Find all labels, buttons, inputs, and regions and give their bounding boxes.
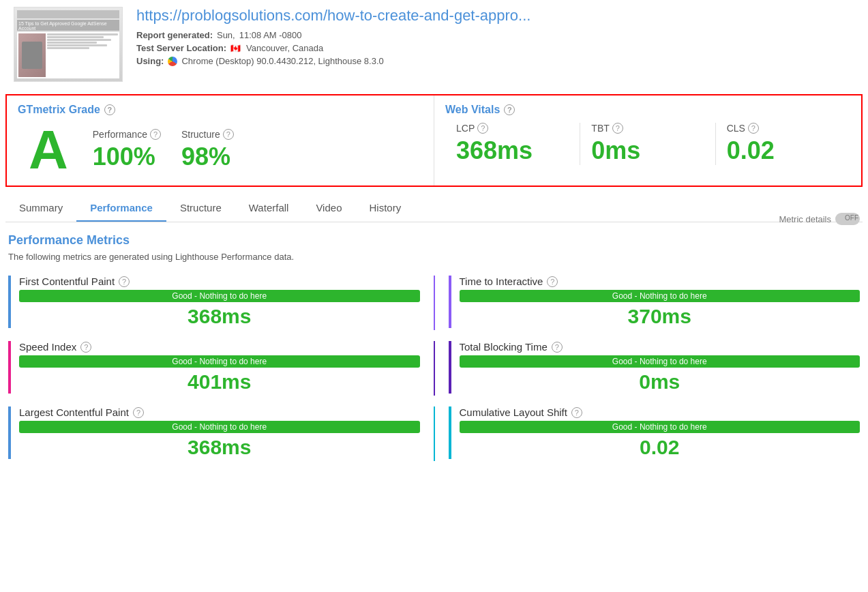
tbt-help-icon[interactable]: ? [612,123,623,134]
metrics-row-1: First Contentful Paint ? Good - Nothing … [8,276,860,330]
tbt-metric-inner: Total Blocking Time ? Good - Nothing to … [460,341,860,394]
metric-details-toggle: Metric details OFF [779,213,860,225]
app-container: 15 Tips to Get Approved Google AdSense A… [0,0,868,483]
performance-value: 100% [93,143,161,171]
site-thumbnail: 15 Tips to Get Approved Google AdSense A… [14,7,123,82]
lcp-value: 368ms [456,136,569,165]
cls-vital: CLS ? 0.02 [716,123,850,165]
performance-description: The following metrics are generated usin… [8,252,294,262]
tbt-perf-value: 0ms [460,370,860,394]
metric-details-label: Metric details [779,214,831,224]
tabs-nav: Summary Performance Structure Waterfall … [5,195,863,222]
structure-metric: Structure ? 98% [181,129,234,171]
web-vitals-help-icon[interactable]: ? [504,104,515,115]
structure-label: Structure ? [181,129,234,140]
vitals-metrics: LCP ? 368ms TBT ? 0ms CLS ? [445,123,850,165]
tbt-vital: TBT ? 0ms [580,123,715,165]
performance-metric: Performance ? 100% [93,129,161,171]
lcp-perf-metric-card: Largest Contentful Paint ? Good - Nothin… [8,406,420,459]
lcp-perf-metric-inner: Largest Contentful Paint ? Good - Nothin… [19,406,420,459]
si-value: 401ms [19,370,420,394]
metric-details-switch[interactable]: OFF [835,213,860,225]
si-value-box: Good - Nothing to do here 401ms [19,355,420,394]
cls-perf-name: Cumulative Layout Shift ? [460,406,860,418]
structure-value: 98% [181,143,234,171]
performance-label: Performance ? [93,129,161,140]
si-metric-inner: Speed Index ? Good - Nothing to do here … [19,341,420,394]
server-location: Vancouver, Canada [246,43,323,53]
cls-label: CLS ? [727,123,839,134]
gtmetrix-grade-title: GTmetrix Grade ? [18,104,423,116]
server-location-row: Test Server Location: 🇨🇦 Vancouver, Cana… [136,43,854,53]
tbt-label: TBT ? [591,123,704,134]
row3-divider [434,406,435,461]
header: 15 Tips to Get Approved Google AdSense A… [0,0,868,89]
grade-letter: A [18,123,79,177]
cls-perf-metric-inner: Cumulative Layout Shift ? Good - Nothing… [460,406,860,459]
browser-info: Chrome (Desktop) 90.0.4430.212, Lighthou… [181,56,383,66]
page-url[interactable]: https://problogsolutions.com/how-to-crea… [136,7,750,25]
cls-perf-metric-card: Cumulative Layout Shift ? Good - Nothing… [449,406,860,459]
web-vitals-panel: Web Vitals ? LCP ? 368ms TBT ? 0ms [434,95,861,186]
lcp-perf-value: 368ms [19,436,420,459]
lcp-perf-value-box: Good - Nothing to do here 368ms [19,421,420,459]
tbt-badge: Good - Nothing to do here [460,355,860,368]
tti-metric-inner: Time to Interactive ? Good - Nothing to … [460,276,860,328]
tab-summary[interactable]: Summary [5,195,76,222]
metrics-row-3: Largest Contentful Paint ? Good - Nothin… [8,406,860,461]
toggle-off-label: OFF [845,214,858,222]
tab-structure[interactable]: Structure [166,195,235,222]
fcp-metric-inner: First Contentful Paint ? Good - Nothing … [19,276,420,328]
tbt-name: Total Blocking Time ? [460,341,860,353]
report-date: Sun, [217,30,235,40]
cls-value: 0.02 [727,136,839,165]
cls-help-icon[interactable]: ? [748,123,759,134]
performance-content: Performance Metrics The following metric… [0,222,868,483]
si-help-icon[interactable]: ? [80,342,91,353]
fcp-value-box: Good - Nothing to do here 368ms [19,290,420,328]
fcp-badge: Good - Nothing to do here [19,290,420,302]
tbt-perf-help-icon[interactable]: ? [552,342,563,353]
lcp-help-icon[interactable]: ? [477,123,488,134]
using-label: Using: [136,56,164,66]
gtmetrix-help-icon[interactable]: ? [104,104,115,115]
browser-row: Using: Chrome (Desktop) 90.0.4430.212, L… [136,56,854,66]
cls-perf-value: 0.02 [460,436,860,459]
tbt-value-box: Good - Nothing to do here 0ms [460,355,860,394]
row2-divider [434,341,435,396]
tab-performance[interactable]: Performance [76,195,166,222]
fcp-metric-card: First Contentful Paint ? Good - Nothing … [8,276,420,328]
lcp-perf-name: Largest Contentful Paint ? [19,406,420,418]
structure-help-icon[interactable]: ? [223,129,234,140]
tbt-value: 0ms [591,136,704,165]
tti-help-icon[interactable]: ? [547,276,558,287]
grade-metrics: Performance ? 100% Structure ? 98% [93,129,234,171]
tti-badge: Good - Nothing to do here [460,290,860,302]
report-label: Report generated: [136,30,213,40]
server-label: Test Server Location: [136,43,226,53]
tbt-metric-card: Total Blocking Time ? Good - Nothing to … [449,341,860,394]
report-time: 11:08 AM -0800 [239,30,302,40]
tti-name: Time to Interactive ? [460,276,860,287]
grade-section: GTmetrix Grade ? A Performance ? 100% [5,94,863,187]
fcp-help-icon[interactable]: ? [119,276,130,287]
si-metric-card: Speed Index ? Good - Nothing to do here … [8,341,420,394]
lcp-vital: LCP ? 368ms [445,123,580,165]
performance-heading: Performance Metrics [8,233,294,248]
row1-divider [434,276,435,330]
tti-value: 370ms [460,305,860,328]
tab-history[interactable]: History [355,195,415,222]
cls-perf-help-icon[interactable]: ? [571,407,582,418]
fcp-name: First Contentful Paint ? [19,276,420,287]
si-badge: Good - Nothing to do here [19,355,420,368]
si-name: Speed Index ? [19,341,420,353]
tti-value-box: Good - Nothing to do here 370ms [460,290,860,328]
lcp-perf-help-icon[interactable]: ? [133,407,144,418]
lcp-label: LCP ? [456,123,569,134]
metrics-row-2: Speed Index ? Good - Nothing to do here … [8,341,860,396]
performance-help-icon[interactable]: ? [150,129,161,140]
url-meta: https://problogsolutions.com/how-to-crea… [136,7,854,69]
tab-waterfall[interactable]: Waterfall [235,195,303,222]
lcp-perf-badge: Good - Nothing to do here [19,421,420,433]
tab-video[interactable]: Video [302,195,355,222]
